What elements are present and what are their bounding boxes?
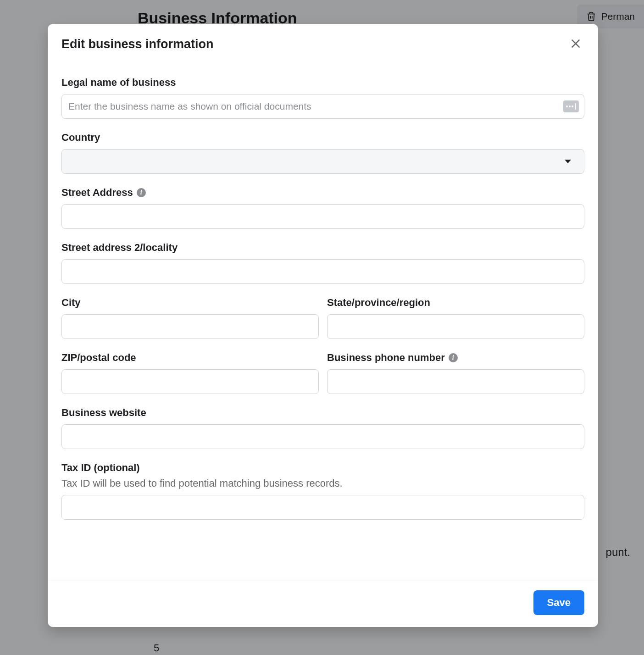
street-input[interactable] — [61, 204, 584, 229]
state-input[interactable] — [327, 314, 584, 339]
legal-name-field: Legal name of business — [61, 77, 584, 119]
city-field: City — [61, 297, 319, 339]
street2-label: Street address 2/locality — [61, 242, 584, 254]
modal-title: Edit business information — [61, 37, 214, 51]
modal-body: Legal name of business Country Street Ad… — [48, 58, 598, 581]
country-select[interactable] — [61, 149, 584, 174]
country-label: Country — [61, 132, 584, 144]
phone-field: Business phone number i — [327, 352, 584, 394]
edit-business-modal: Edit business information Legal name of … — [48, 24, 598, 627]
info-icon[interactable]: i — [449, 353, 458, 362]
save-button[interactable]: Save — [533, 590, 584, 615]
phone-label-text: Business phone number — [327, 352, 445, 364]
website-input[interactable] — [61, 424, 584, 449]
tax-id-field: Tax ID (optional) Tax ID will be used to… — [61, 462, 584, 520]
legal-name-input[interactable] — [61, 94, 584, 119]
chevron-down-icon — [565, 160, 571, 163]
state-field: State/province/region — [327, 297, 584, 339]
modal-header: Edit business information — [48, 24, 598, 58]
tax-id-input[interactable] — [61, 495, 584, 520]
tax-id-label: Tax ID (optional) — [61, 462, 584, 474]
city-input[interactable] — [61, 314, 319, 339]
city-label: City — [61, 297, 319, 309]
close-button[interactable] — [567, 35, 584, 54]
state-label: State/province/region — [327, 297, 584, 309]
zip-label: ZIP/postal code — [61, 352, 319, 364]
modal-footer: Save — [48, 581, 598, 627]
password-manager-icon[interactable] — [563, 100, 579, 112]
phone-input[interactable] — [327, 369, 584, 394]
street-label: Street Address i — [61, 187, 584, 199]
phone-label: Business phone number i — [327, 352, 584, 364]
info-icon[interactable]: i — [137, 188, 146, 197]
street-field: Street Address i — [61, 187, 584, 229]
country-field: Country — [61, 132, 584, 174]
website-label: Business website — [61, 407, 584, 419]
website-field: Business website — [61, 407, 584, 449]
close-icon — [570, 38, 582, 51]
street-label-text: Street Address — [61, 187, 133, 199]
zip-input[interactable] — [61, 369, 319, 394]
legal-name-label: Legal name of business — [61, 77, 584, 89]
zip-field: ZIP/postal code — [61, 352, 319, 394]
tax-id-help: Tax ID will be used to find potential ma… — [61, 477, 584, 489]
street2-input[interactable] — [61, 259, 584, 284]
street2-field: Street address 2/locality — [61, 242, 584, 284]
